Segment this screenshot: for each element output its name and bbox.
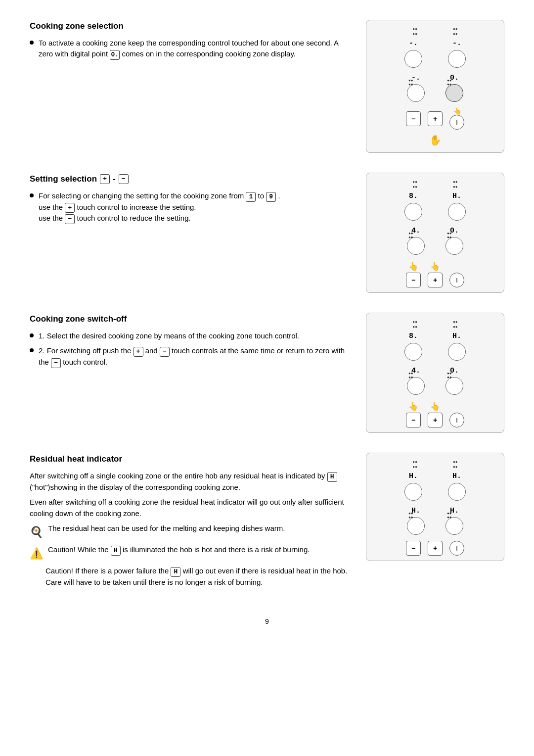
section1-bullets: To activate a cooking zone keep the corr… [30,38,351,60]
hob2-dots-row: ●● ●● ●● ●● [374,180,496,189]
section1-bullet1: To activate a cooking zone keep the corr… [30,38,351,60]
hob1-hand-icon: 👆 [453,108,461,115]
hob2-hand-left: 👆 [408,261,418,273]
section-setting-selection: Setting selection + - − For selecting or… [30,173,504,293]
inline-minus-sym: − [65,214,75,224]
hob3-display-tl: 8. [409,331,418,342]
hob-diagram-4: ●● ●● ●● ●● H. H. [366,453,504,561]
hob1-dots-row: ●● ●● ●● ●● [374,27,496,36]
hob4-row2: H. ●● ●● H. ●● ●● [374,506,496,535]
page: Cooking zone selection To activate a coo… [30,20,504,627]
section-cooking-zone-switchoff: Cooking zone switch-off 1. Select the de… [30,313,504,433]
section2-bullets: For selecting or changing the setting fo… [30,190,351,224]
hob3-hand-mid: 👆 [430,401,440,413]
hob1-hand2: ✋ [429,133,442,147]
sw-plus-sym: + [134,347,143,357]
section4-para1: After switching off a single cooking zon… [30,471,351,493]
section4-para2: Even after switching off a cooking zone … [30,497,351,519]
section1-diagram: ●● ●● ●● ●● [366,20,504,153]
hob3-circle-bl: ●● ●● [407,377,425,395]
hot-h-sym: H [327,472,337,482]
hob1-zone-tl: -. [404,38,422,68]
hob3-plus-btn[interactable]: + [428,413,443,427]
hob3-display-tr: H. [452,331,461,342]
info-text: The residual heat can be used for the me… [48,523,285,534]
hob4-minus-btn[interactable]: − [406,541,421,556]
section1-title: Cooking zone selection [30,20,351,33]
section-cooking-zone-selection: Cooking zone selection To activate a coo… [30,20,504,153]
hob1-minus-btn[interactable]: − [406,111,421,126]
hob1-dots-tr: ●● [453,27,458,31]
hob2-row2: 4. ●● ●● 0. ●● ●● [374,226,496,255]
hob1-circle-bl: ●● ●● [407,84,425,102]
sw-minus-sym: − [160,347,170,357]
hob2-row1: 8. H. [374,191,496,221]
hob1-display-tl: -. [409,38,418,49]
hob4-ctrl-row: − + I [374,541,496,556]
hob-diagram-1: ●● ●● ●● ●● [366,20,504,153]
hob3-row2: 4. ●● ●● 0. ●● ●● [374,366,496,395]
bullet-dot [30,41,34,45]
hob4-power-btn[interactable]: I [449,541,464,556]
hob1-zone-col-tr: ●● ●● [453,27,458,36]
hob4-plus-btn[interactable]: + [428,541,443,556]
caution1-text: Caution! While the H is illuminated the … [48,544,310,556]
hob4-circle-br: ●● ●● [445,517,463,535]
hob3-power-btn[interactable]: I [449,413,464,427]
hob3-circle-br: ●● ●● [445,377,463,395]
section3-bullets: 1. Select the desired cooking zone by me… [30,331,351,368]
hob1-ctrl-row: − + 👆 I [374,108,496,130]
from-sym: 1 [246,192,256,202]
hob2-display-tr: H. [452,191,461,202]
bullet-dot4 [30,348,34,352]
hob3-minus-btn[interactable]: − [406,413,421,427]
hob2-power-btn[interactable]: I [449,273,464,287]
hob4-row1: H. H. [374,471,496,501]
minus-sym: − [119,174,129,184]
section2-text: Setting selection + - − For selecting or… [30,173,356,228]
section3-bullet2: 2. For switching off push the + and − to… [30,345,351,368]
hob3-circle-tl [404,343,422,361]
inline-plus-sym: + [65,203,75,213]
hob-diagram-3: ●● ●● ●● ●● 8. H. [366,313,504,433]
bullet-dot2 [30,193,34,197]
section1-bullet1-text: To activate a cooking zone keep the corr… [39,38,351,60]
section2-bullet1: For selecting or changing the setting fo… [30,190,351,224]
section3-bullet1: 1. Select the desired cooking zone by me… [30,331,351,342]
hob3-circle-tr [448,343,466,361]
hob2-circle-br: ●● ●● [445,237,463,255]
hob1-zone-tr: -. [448,38,466,68]
section2-bullet1-text: For selecting or changing the setting fo… [39,190,280,224]
hob3-dots-row: ●● ●● ●● ●● [374,320,496,329]
hob2-hand-mid: 👆 [430,261,440,273]
hob4-display-tl: H. [409,471,418,482]
hob3-ctrl-row: 👆 − 👆 + 👆 I [374,401,496,427]
hob2-minus-btn[interactable]: − [406,273,421,287]
hob1-circle-tl [404,50,422,68]
caution2-h-sym: H [171,567,180,577]
section4-diagram: ●● ●● ●● ●● H. H. [366,453,504,561]
hob4-circle-tr [448,483,466,501]
section-residual-heat: Residual heat indicator After switching … [30,453,504,592]
hob2-circle-tl [404,203,422,221]
plus-sym: + [100,174,110,184]
section2-diagram: ●● ●● ●● ●● 8. H. [366,173,504,293]
sw-minus2-sym: − [51,358,61,368]
section1-text: Cooking zone selection To activate a coo… [30,20,356,64]
section3-bullet2-text: 2. For switching off push the + and − to… [39,345,351,368]
section4-caution2: Caution! If there is a power failure the… [30,566,351,588]
bullet-dot3 [30,333,34,337]
hob1-display-tr: -. [452,38,461,49]
caution1-h-sym: H [111,546,121,556]
section4-text: Residual heat indicator After switching … [30,453,356,592]
hob1-plus-btn[interactable]: + [428,111,443,126]
hob2-display-tl: 8. [409,191,418,202]
hob1-dots-tl: ●● [412,27,417,31]
hob2-plus-btn[interactable]: + [428,273,443,287]
to-sym: 9 [266,192,276,202]
hob3-hand-left: 👆 [408,401,418,413]
section4-title: Residual heat indicator [30,453,351,466]
hob1-power-btn[interactable]: I [449,115,464,130]
hob1-dots-tl2: ●● [412,32,417,36]
hob1-zone-col-tl: ●● ●● [412,27,417,36]
